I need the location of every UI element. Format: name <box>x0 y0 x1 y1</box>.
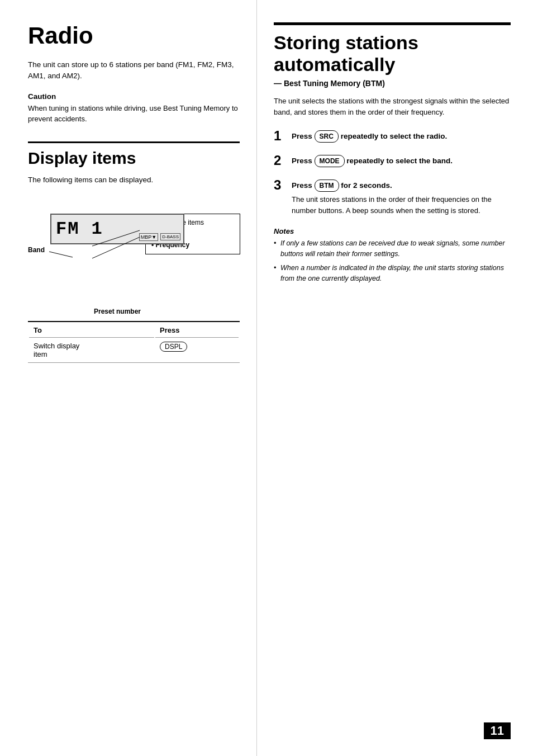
step-3-content: Press BTM for 2 seconds. The unit stores… <box>292 179 511 216</box>
notes-list: If only a few stations can be received d… <box>274 238 511 284</box>
notes-title: Notes <box>274 227 511 235</box>
mode-button: MODE <box>315 155 345 167</box>
step-1-content: Press SRC repeatedly to select the radio… <box>292 130 511 143</box>
mbp-icon: MBP▼ <box>139 233 158 241</box>
btm-subtitle: — Best Tuning Memory (BTM) <box>274 79 511 88</box>
btm-button: BTM <box>315 179 339 192</box>
step-1: 1 Press SRC repeatedly to select the rad… <box>274 130 511 144</box>
table-cell-to: Switch displayitem <box>29 339 154 361</box>
table-header-to: To <box>29 323 154 338</box>
caution-title: Caution <box>28 92 240 101</box>
preset-number-label: Preset number <box>50 308 184 315</box>
diagram-area: Displayable items • Clock • Frequency Ba… <box>28 214 240 297</box>
step-2: 2 Press MODE repeatedly to select the ba… <box>274 155 511 168</box>
step-2-text: Press MODE repeatedly to select the band… <box>292 155 511 167</box>
src-button: SRC <box>315 130 339 143</box>
display-freq: FM 1 <box>51 219 103 239</box>
table-header-press: Press <box>155 323 239 338</box>
step-2-content: Press MODE repeatedly to select the band… <box>292 155 511 167</box>
notes-section: Notes If only a few stations can be rece… <box>274 227 511 284</box>
section-divider <box>28 141 240 143</box>
display-items-title: Display items <box>28 149 240 168</box>
radio-intro: The unit can store up to 6 stations per … <box>28 59 240 82</box>
note-1: If only a few stations can be received d… <box>274 238 511 259</box>
step-2-num: 2 <box>274 153 292 168</box>
page-number: 11 <box>484 722 511 739</box>
step-3: 3 Press BTM for 2 seconds. The unit stor… <box>274 179 511 216</box>
radio-title: Radio <box>28 22 240 49</box>
display-intro: The following items can be displayed. <box>28 174 240 186</box>
right-body-text: The unit selects the stations with the s… <box>274 96 511 118</box>
dbass-icon: D-BASS <box>160 233 180 240</box>
svg-line-2 <box>49 252 73 257</box>
display-icons: MBP▼ D-BASS <box>139 233 180 241</box>
band-label: Band <box>28 246 45 254</box>
top-bar <box>274 22 511 25</box>
step-3-num: 3 <box>274 177 292 193</box>
display-unit: FM 1 MBP▼ D-BASS <box>50 214 184 244</box>
caution-text: When tuning in stations while driving, u… <box>28 103 240 125</box>
note-2: When a number is indicated in the displa… <box>274 263 511 284</box>
step-3-desc: The unit stores stations in the order of… <box>292 194 511 216</box>
storing-title: Storing stations automatically <box>274 32 511 75</box>
step-1-text: Press SRC repeatedly to select the radio… <box>292 130 511 143</box>
left-column: Radio The unit can store up to 6 station… <box>0 0 257 756</box>
dspl-button: DSPL <box>160 342 187 352</box>
table-cell-press: DSPL <box>155 339 239 361</box>
table-row: Switch displayitem DSPL <box>29 339 239 361</box>
step-3-text: Press BTM for 2 seconds. <box>292 179 511 192</box>
display-table: To Press Switch displayitem DSPL <box>28 321 240 363</box>
right-column: Storing stations automatically — Best Tu… <box>257 0 533 756</box>
step-1-num: 1 <box>274 128 292 144</box>
